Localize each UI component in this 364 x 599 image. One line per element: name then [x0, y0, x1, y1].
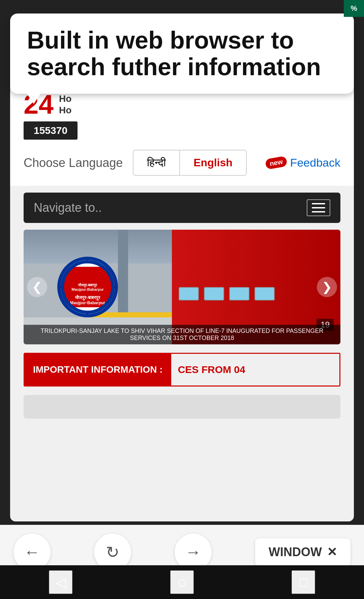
hamburger-menu-icon[interactable]: [307, 199, 330, 216]
search-bar-placeholder: [24, 395, 340, 419]
back-icon: ←: [24, 543, 40, 561]
important-content: CES FROM 04: [171, 364, 252, 375]
refresh-icon: ↻: [106, 543, 119, 562]
helpline-label-1: Ho: [59, 93, 71, 105]
metro-image-container: मौजपुर-बाबरपुर Maujpur-Babarpur मौजपुर-ब…: [24, 230, 340, 344]
station-name-hindi-mid: मौजपुर-बाबरपुर: [71, 283, 103, 287]
train-window-2: [204, 287, 224, 301]
left-arrow-icon: ❮: [32, 280, 42, 294]
status-bar: %: [344, 0, 364, 17]
train-windows-row: [172, 280, 340, 307]
hamburger-line-1: [312, 203, 325, 204]
train-window-3: [229, 287, 249, 301]
window-button[interactable]: WINDOW ✕: [255, 538, 351, 566]
hamburger-line-3: [312, 211, 325, 212]
image-next-button[interactable]: ❯: [317, 277, 337, 297]
feedback-link[interactable]: Feedback: [290, 156, 340, 169]
important-label: IMPORTANT INFORMATION :: [25, 354, 171, 386]
android-back-button[interactable]: ◁: [49, 570, 72, 594]
refresh-button[interactable]: ↻: [94, 534, 131, 571]
android-home-button[interactable]: ○: [170, 570, 194, 594]
android-back-icon: ◁: [56, 574, 66, 590]
metro-sign-bottom-band: मौजपुर-बाबरपुर Maujpur-Babarpur: [61, 293, 115, 307]
window-label: WINDOW: [269, 545, 322, 559]
language-row: Choose Language हिन्दी English new Feedb…: [24, 150, 340, 176]
english-language-button[interactable]: English: [180, 150, 246, 175]
android-recents-button[interactable]: □: [292, 570, 315, 594]
language-selector: हिन्दी English: [133, 150, 247, 176]
important-info-banner: IMPORTANT INFORMATION : CES FROM 04: [24, 353, 340, 387]
back-button[interactable]: ←: [13, 534, 51, 571]
image-prev-button[interactable]: ❮: [27, 277, 47, 297]
content-area: 24 Ho Ho 155370 Choose Language हिन्दी E…: [10, 81, 354, 186]
tooltip-arrow: [27, 94, 40, 104]
hamburger-line-2: [312, 207, 325, 208]
train-window-1: [179, 287, 199, 301]
navigate-bar[interactable]: Navigate to..: [24, 193, 340, 223]
station-name-english-mid: Maujpur-Babarpur: [71, 287, 103, 291]
language-label: Choose Language: [24, 156, 123, 170]
helpline-code: 155370: [24, 121, 78, 140]
navigate-placeholder: Navigate to..: [34, 201, 102, 215]
metro-station-sign: मौजपुर-बाबरपुर Maujpur-Babarpur मौजपुर-ब…: [57, 257, 118, 317]
feedback-area: new Feedback: [266, 156, 340, 169]
station-name-english: Maujpur-Babarpur: [70, 301, 105, 305]
android-navigation-bar: ◁ ○ □: [0, 565, 364, 599]
station-name-hindi: मौजपुर-बाबरपुर: [70, 295, 105, 301]
hindi-language-button[interactable]: हिन्दी: [133, 150, 179, 175]
android-recents-icon: □: [299, 575, 307, 590]
android-home-icon: ○: [177, 573, 187, 592]
helpline-badge-row: 24 Ho Ho: [24, 91, 340, 118]
metro-sign-top-band: [61, 267, 115, 280]
metro-image-caption: TRILOKPURI-SANJAY LAKE TO SHIV VIHAR SEC…: [24, 325, 340, 344]
forward-icon: →: [185, 543, 201, 561]
tooltip-bubble: Built in web browser to search futher in…: [10, 13, 354, 94]
forward-button[interactable]: →: [175, 534, 212, 571]
app-container: 24 Ho Ho 155370 Choose Language हिन्दी E…: [10, 54, 354, 521]
window-close-icon: ✕: [327, 545, 337, 559]
helpline-label-2: Ho: [59, 105, 71, 116]
status-text: %: [351, 4, 357, 13]
train-window-4: [254, 287, 275, 301]
new-badge: new: [265, 156, 287, 170]
tooltip-text: Built in web browser to search futher in…: [27, 27, 321, 80]
right-arrow-icon: ❯: [322, 280, 332, 294]
